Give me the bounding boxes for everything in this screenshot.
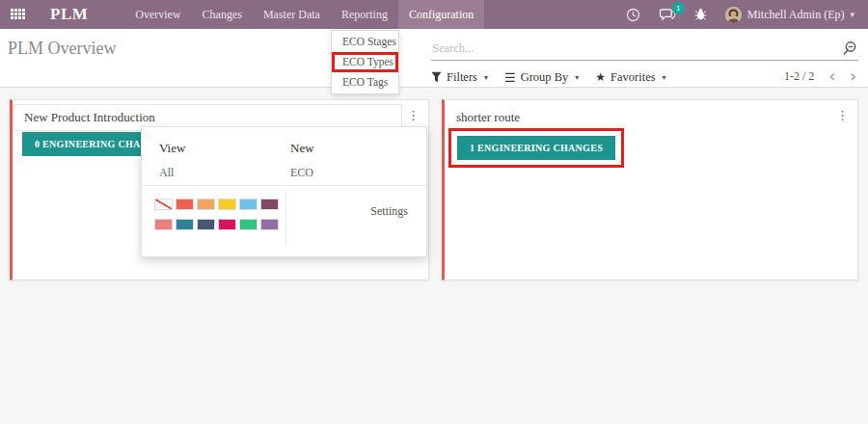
favorites-star-icon: ★ <box>595 70 606 84</box>
kanban-area: New Product Introduction ⋮ 0 ENGINEERING… <box>0 88 868 424</box>
menu-item-eco-stages[interactable]: ECO Stages <box>332 32 398 52</box>
search-icon[interactable] <box>841 40 857 61</box>
filters-caret-icon: ▾ <box>484 73 488 82</box>
context-menu-divider <box>142 185 426 186</box>
app-brand[interactable]: PLM <box>50 0 88 29</box>
plm-overview-screen: { "navbar": { "brand": "PLM", "items": [… <box>0 0 868 424</box>
user-menu[interactable]: Mitchell Admin (Ep) ▾ <box>725 7 854 23</box>
nav-item-reporting[interactable]: Reporting <box>331 0 398 29</box>
navbar-right-section: 1 Mitchell Admin (Ep) ▾ <box>626 0 868 29</box>
pager-next-button[interactable]: › <box>850 67 856 85</box>
color-swatch-7[interactable] <box>176 219 194 230</box>
messages-count-badge: 1 <box>672 2 685 14</box>
search-bar <box>431 36 858 61</box>
engineering-changes-button[interactable]: 1 ENGINEERING CHANGES <box>457 136 615 160</box>
color-palette <box>154 199 291 239</box>
context-menu-item-all[interactable]: All <box>159 166 174 180</box>
page-title: PLM Overview <box>8 39 116 59</box>
nav-item-overview[interactable]: Overview <box>124 0 191 29</box>
color-swatch-6[interactable] <box>154 219 173 230</box>
group-by-button[interactable]: ☰ Group By ▾ <box>504 70 579 85</box>
activities-clock-icon[interactable] <box>626 8 640 22</box>
annotation-highlight-box: 1 ENGINEERING CHANGES <box>448 128 624 168</box>
context-menu-new-header: New <box>290 141 314 156</box>
menu-item-eco-types[interactable]: ECO Types <box>332 52 398 72</box>
configuration-dropdown: ECO Stages ECO Types ECO Tags <box>331 30 399 94</box>
color-swatch-5[interactable] <box>260 199 279 210</box>
apps-grid-icon[interactable] <box>11 9 25 19</box>
nav-item-master-data[interactable]: Master Data <box>253 0 331 29</box>
card-kebab-menu-icon[interactable]: ⋮ <box>407 108 420 122</box>
color-swatch-2[interactable] <box>197 199 215 210</box>
filters-button[interactable]: Filters ▾ <box>431 70 488 85</box>
color-swatch-4[interactable] <box>239 199 258 210</box>
pager-range: 1-2 / 2 <box>784 69 814 84</box>
user-avatar <box>725 7 742 23</box>
color-swatch-3[interactable] <box>218 199 236 210</box>
favorites-caret-icon: ▾ <box>663 73 666 82</box>
favorites-button[interactable]: ★ Favorites ▾ <box>595 70 665 85</box>
search-input[interactable] <box>431 36 833 56</box>
nav-item-configuration[interactable]: Configuration <box>398 0 484 29</box>
color-swatch-0[interactable] <box>154 199 173 210</box>
card-kebab-menu-icon[interactable]: ⋮ <box>836 108 849 122</box>
menu-item-eco-tags[interactable]: ECO Tags <box>332 72 398 93</box>
eco-type-card-shorter-route: shorter route ⋮ 1 ENGINEERING CHANGES <box>442 99 858 280</box>
nav-item-changes[interactable]: Changes <box>192 0 253 29</box>
user-name: Mitchell Admin (Ep) <box>747 8 845 22</box>
color-swatch-1[interactable] <box>176 199 194 210</box>
group-by-bars-icon: ☰ <box>504 70 516 85</box>
card-title: shorter route <box>456 110 520 125</box>
top-navbar: PLM Overview Changes Master Data Reporti… <box>0 0 868 29</box>
filter-toolbar: Filters ▾ ☰ Group By ▾ ★ Favorites ▾ <box>431 67 666 87</box>
card-context-menu: View New All ECO Settings <box>141 126 427 257</box>
color-swatch-8[interactable] <box>197 219 215 230</box>
user-caret-icon: ▾ <box>850 10 854 19</box>
context-menu-item-eco[interactable]: ECO <box>290 166 313 180</box>
color-swatch-11[interactable] <box>260 219 279 230</box>
pager: 1-2 / 2 ‹ › <box>784 67 856 85</box>
messages-icon[interactable]: 1 <box>659 8 676 22</box>
context-menu-vertical-divider <box>285 191 286 245</box>
filter-funnel-icon <box>431 71 442 83</box>
debug-bug-icon[interactable] <box>694 8 707 21</box>
color-swatch-10[interactable] <box>239 219 258 230</box>
group-by-caret-icon: ▾ <box>575 73 579 82</box>
pager-previous-button[interactable]: ‹ <box>828 67 835 85</box>
color-swatch-9[interactable] <box>218 219 236 230</box>
context-menu-item-settings[interactable]: Settings <box>370 204 408 219</box>
context-menu-view-header: View <box>159 141 185 156</box>
control-panel: PLM Overview Filters ▾ ☰ Group By ▾ ★ Fa… <box>0 29 868 88</box>
